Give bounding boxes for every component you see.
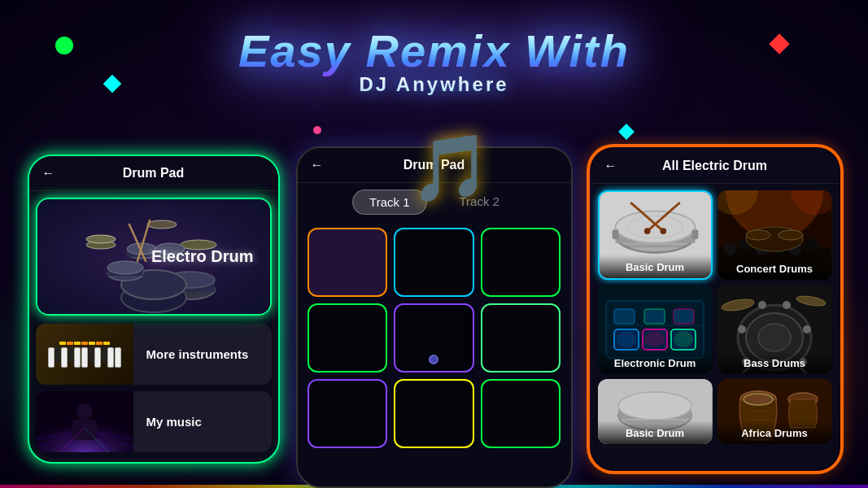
svg-point-48 — [723, 242, 736, 255]
right-phone-back-button[interactable]: ← — [604, 159, 617, 173]
svg-point-69 — [674, 331, 693, 347]
svg-point-56 — [779, 230, 803, 240]
svg-point-75 — [738, 325, 746, 333]
svg-rect-62 — [644, 309, 665, 324]
svg-rect-27 — [72, 420, 97, 440]
header: Easy Remix With DJ Anywhere — [0, 24, 868, 96]
basic-drum-2-label: Basic Drum — [598, 420, 713, 444]
africa-drums-label: Africa Drums — [718, 420, 832, 444]
svg-rect-63 — [674, 309, 694, 324]
concert-drums-label: Concert Drums — [718, 256, 832, 280]
electro-drum-card[interactable]: Electro Drum — [36, 198, 272, 316]
tab-track1[interactable]: Track 1 — [352, 190, 426, 215]
basic-drum-2-card[interactable]: Basic Drum — [598, 379, 713, 444]
phones-container: ← Drum Pad — [0, 146, 868, 488]
svg-point-76 — [803, 325, 811, 333]
pad-9[interactable] — [481, 379, 561, 448]
sub-title: DJ Anywhere — [0, 73, 868, 96]
pad-3[interactable] — [481, 228, 561, 297]
electronic-drum-card[interactable]: Electronic Drum — [598, 285, 713, 374]
right-phone-header: ← All Electric Drum — [591, 149, 839, 184]
dj-image — [36, 391, 133, 452]
main-title: Easy Remix With — [0, 24, 868, 77]
more-instruments-label: More instruments — [133, 347, 262, 361]
basic-drum-label: Basic Drum — [600, 255, 711, 278]
center-phone-title: Drum Pad — [403, 158, 465, 172]
svg-rect-38 — [691, 229, 698, 239]
right-phone: ← All Electric Drum — [589, 146, 841, 472]
svg-point-77 — [758, 301, 766, 309]
svg-rect-61 — [614, 309, 635, 324]
bass-drums-card[interactable]: Bass Drums — [718, 285, 832, 374]
drum-selection-grid: Basic Drum — [591, 184, 839, 451]
svg-point-55 — [746, 230, 770, 240]
pad-1[interactable] — [308, 228, 388, 297]
center-phone-back-button[interactable]: ← — [311, 158, 324, 172]
svg-point-74 — [758, 324, 791, 351]
pad-7[interactable] — [308, 379, 388, 448]
svg-point-78 — [783, 301, 791, 309]
electronic-drum-label: Electronic Drum — [598, 351, 713, 374]
left-phone: ← Drum Pad — [28, 155, 280, 464]
svg-point-88 — [618, 392, 691, 420]
right-phone-title: All Electric Drum — [662, 159, 767, 173]
svg-point-67 — [617, 331, 636, 347]
left-phone-content: Electro Drum — [29, 191, 278, 464]
center-phone-header: ← Drum Pad — [298, 148, 571, 183]
tab-track2[interactable]: Track 2 — [443, 190, 516, 215]
svg-point-92 — [744, 394, 773, 405]
pad-6[interactable] — [481, 303, 561, 373]
center-phone: ← Drum Pad Track 1 Track 2 — [296, 146, 573, 488]
synth-image — [36, 324, 133, 385]
left-phone-back-button[interactable]: ← — [42, 166, 55, 181]
pad-4[interactable] — [308, 303, 388, 373]
svg-point-41 — [660, 228, 666, 234]
africa-drums-card[interactable]: Africa Drums — [718, 379, 832, 444]
more-instruments-card[interactable]: More instruments — [36, 324, 272, 385]
pad-2[interactable] — [394, 228, 474, 297]
track-tabs: Track 1 Track 2 — [298, 183, 571, 221]
basic-drum-card[interactable]: Basic Drum — [598, 190, 713, 280]
svg-point-42 — [643, 228, 650, 234]
svg-point-68 — [645, 331, 665, 347]
concert-drums-card[interactable]: Concert Drums — [718, 190, 832, 280]
svg-point-53 — [804, 238, 818, 253]
svg-rect-37 — [612, 229, 618, 239]
bass-drums-label: Bass Drums — [718, 351, 832, 374]
my-music-label: My music — [133, 415, 215, 429]
pad-8[interactable] — [394, 379, 474, 448]
svg-point-26 — [76, 403, 93, 420]
drum-pads-grid — [298, 221, 571, 455]
left-phone-header: ← Drum Pad — [29, 156, 278, 191]
left-phone-title: Drum Pad — [123, 166, 185, 181]
pad-5[interactable] — [394, 303, 474, 373]
pad-circle — [429, 355, 438, 364]
electro-drum-label: Electro Drum — [54, 199, 270, 314]
my-music-card[interactable]: My music — [36, 391, 272, 452]
dj-svg — [36, 391, 133, 452]
